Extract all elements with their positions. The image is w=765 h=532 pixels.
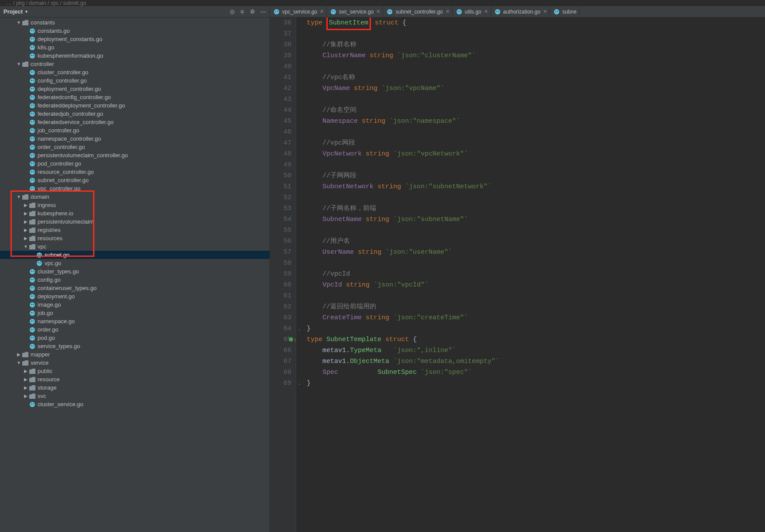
tree-item-label: namespace.go bbox=[38, 318, 75, 325]
gear-icon[interactable]: ⚙ bbox=[250, 8, 255, 15]
expander-icon[interactable]: ▶ bbox=[23, 394, 29, 398]
go-file-icon bbox=[29, 269, 36, 275]
folder-mapper[interactable]: ▶mapper bbox=[0, 350, 270, 359]
fold-close-icon[interactable]: ⌃ bbox=[298, 380, 301, 391]
file-subnet_controller.go[interactable]: subnet_controller.go bbox=[0, 176, 270, 184]
folder-resource[interactable]: ▶resource bbox=[0, 375, 270, 383]
tab-vpc_service.go[interactable]: vpc_service.go✕ bbox=[270, 6, 327, 17]
close-icon[interactable]: ✕ bbox=[446, 9, 450, 14]
svg-point-93 bbox=[30, 402, 35, 407]
expander-icon[interactable]: ▶ bbox=[23, 211, 29, 216]
file-containeruser_types.go[interactable]: containeruser_types.go bbox=[0, 284, 270, 292]
file-config.go[interactable]: config.go bbox=[0, 276, 270, 284]
expander-icon[interactable]: ▼ bbox=[16, 20, 22, 25]
file-config_controller.go[interactable]: config_controller.go bbox=[0, 76, 270, 85]
file-vpc.go[interactable]: vpc.go bbox=[0, 259, 270, 267]
close-icon[interactable]: ✕ bbox=[376, 9, 380, 14]
folder-kubesphere.io[interactable]: ▶kubesphere.io bbox=[0, 209, 270, 218]
file-order.go[interactable]: order.go bbox=[0, 325, 270, 334]
file-k8s.go[interactable]: k8s.go bbox=[0, 43, 270, 52]
file-subnet.go[interactable]: subnet.go bbox=[0, 251, 270, 259]
project-tree[interactable]: ▼constantsconstants.godeployment_constan… bbox=[0, 17, 270, 532]
file-namespace.go[interactable]: namespace.go bbox=[0, 317, 270, 325]
expander-icon[interactable]: ▶ bbox=[23, 236, 29, 241]
folder-public[interactable]: ▶public bbox=[0, 367, 270, 375]
expander-icon[interactable]: ▶ bbox=[23, 203, 29, 207]
file-federateddeployment_controller.go[interactable]: federateddeployment_controller.go bbox=[0, 101, 270, 110]
file-job_controller.go[interactable]: job_controller.go bbox=[0, 126, 270, 135]
expander-icon[interactable]: ▼ bbox=[16, 360, 22, 365]
tab-svc_service.go[interactable]: svc_service.go✕ bbox=[327, 6, 383, 17]
file-constants.go[interactable]: constants.go bbox=[0, 27, 270, 35]
file-cluster_controller.go[interactable]: cluster_controller.go bbox=[0, 68, 270, 76]
tree-item-label: cluster_service.go bbox=[38, 401, 83, 408]
svg-point-25 bbox=[31, 105, 32, 106]
close-icon[interactable]: ✕ bbox=[484, 9, 488, 14]
tab-subnet_controller.go[interactable]: subnet_controller.go✕ bbox=[383, 6, 452, 17]
folder-svc[interactable]: ▶svc bbox=[0, 392, 270, 400]
file-pod_controller.go[interactable]: pod_controller.go bbox=[0, 159, 270, 168]
file-cluster_types.go[interactable]: cluster_types.go bbox=[0, 267, 270, 276]
folder-storage[interactable]: ▶storage bbox=[0, 383, 270, 392]
file-resource_controller.go[interactable]: resource_controller.go bbox=[0, 168, 270, 176]
fold-close-icon[interactable]: ⌃ bbox=[298, 326, 301, 337]
expander-icon[interactable]: ▶ bbox=[23, 228, 29, 232]
expander-icon[interactable]: ▼ bbox=[16, 62, 22, 66]
folder-registries[interactable]: ▶registries bbox=[0, 226, 270, 234]
folder-persistentvolumeclaim[interactable]: ▶persistentvolumeclaim bbox=[0, 218, 270, 226]
go-file-icon bbox=[29, 327, 36, 333]
expander-icon[interactable]: ▼ bbox=[16, 194, 22, 199]
svg-point-1 bbox=[31, 30, 32, 31]
folder-resources[interactable]: ▶resources bbox=[0, 234, 270, 242]
file-persistentvolumeclaim_controller.go[interactable]: persistentvolumeclaim_controller.go bbox=[0, 151, 270, 159]
folder-vpc[interactable]: ▼vpc bbox=[0, 242, 270, 251]
folder-service[interactable]: ▼service bbox=[0, 359, 270, 367]
file-federatedservice_controller.go[interactable]: federatedservice_controller.go bbox=[0, 118, 270, 126]
svg-point-90 bbox=[30, 344, 35, 349]
go-file-icon bbox=[29, 277, 36, 283]
file-job.go[interactable]: job.go bbox=[0, 309, 270, 317]
project-dropdown[interactable]: Project ▼ bbox=[3, 8, 28, 15]
tab-label: subne bbox=[562, 9, 577, 15]
folder-controller[interactable]: ▼controller bbox=[0, 60, 270, 68]
file-federatedjob_controller.go[interactable]: federatedjob_controller.go bbox=[0, 110, 270, 118]
svg-point-0 bbox=[30, 28, 35, 34]
folder-constants[interactable]: ▼constants bbox=[0, 18, 270, 27]
code-area[interactable]: type SubnetItem struct { //集群名称 ClusterN… bbox=[307, 17, 765, 532]
tab-authorization.go[interactable]: authorization.go✕ bbox=[491, 6, 550, 17]
svg-point-77 bbox=[33, 304, 34, 305]
expander-icon[interactable]: ▼ bbox=[23, 244, 29, 249]
close-icon[interactable]: ✕ bbox=[320, 9, 324, 14]
file-deployment_controller.go[interactable]: deployment_controller.go bbox=[0, 85, 270, 93]
tree-item-label: federatedjob_controller.go bbox=[38, 111, 103, 117]
collapse-icon[interactable]: ≑ bbox=[240, 8, 245, 15]
tab-subne[interactable]: subne bbox=[550, 6, 580, 17]
go-file-icon bbox=[29, 177, 36, 183]
expander-icon[interactable]: ▶ bbox=[23, 385, 29, 390]
file-federatedconfig_controller.go[interactable]: federatedconfig_controller.go bbox=[0, 93, 270, 101]
svg-point-83 bbox=[33, 321, 34, 321]
file-vpc_controller.go[interactable]: vpc_controller.go bbox=[0, 184, 270, 193]
file-image.go[interactable]: image.go bbox=[0, 301, 270, 309]
file-pod.go[interactable]: pod.go bbox=[0, 334, 270, 342]
close-icon[interactable]: ✕ bbox=[543, 9, 547, 14]
folder-domain[interactable]: ▼domain bbox=[0, 193, 270, 201]
file-namespace_controller.go[interactable]: namespace_controller.go bbox=[0, 135, 270, 143]
target-icon[interactable]: ◎ bbox=[230, 8, 235, 15]
minimize-icon[interactable]: — bbox=[260, 8, 266, 15]
file-order_controller.go[interactable]: order_controller.go bbox=[0, 143, 270, 151]
tab-utils.go[interactable]: utils.go✕ bbox=[453, 6, 491, 17]
svg-point-35 bbox=[33, 130, 34, 131]
file-deployment_constants.go[interactable]: deployment_constants.go bbox=[0, 35, 270, 43]
expander-icon[interactable]: ▶ bbox=[23, 369, 29, 373]
file-service_types.go[interactable]: service_types.go bbox=[0, 342, 270, 350]
expander-icon[interactable]: ▶ bbox=[16, 352, 22, 357]
file-kubesphereinformation.go[interactable]: kubesphereinformation.go bbox=[0, 52, 270, 60]
expander-icon[interactable]: ▶ bbox=[23, 377, 29, 382]
folder-ingress[interactable]: ▶ingress bbox=[0, 201, 270, 209]
file-deployment.go[interactable]: deployment.go bbox=[0, 292, 270, 301]
expander-icon[interactable]: ▶ bbox=[23, 219, 29, 224]
go-file-icon bbox=[29, 169, 36, 175]
file-cluster_service.go[interactable]: cluster_service.go bbox=[0, 400, 270, 408]
code-editor[interactable]: 3637383940414243444546474849505152535455… bbox=[270, 17, 765, 532]
